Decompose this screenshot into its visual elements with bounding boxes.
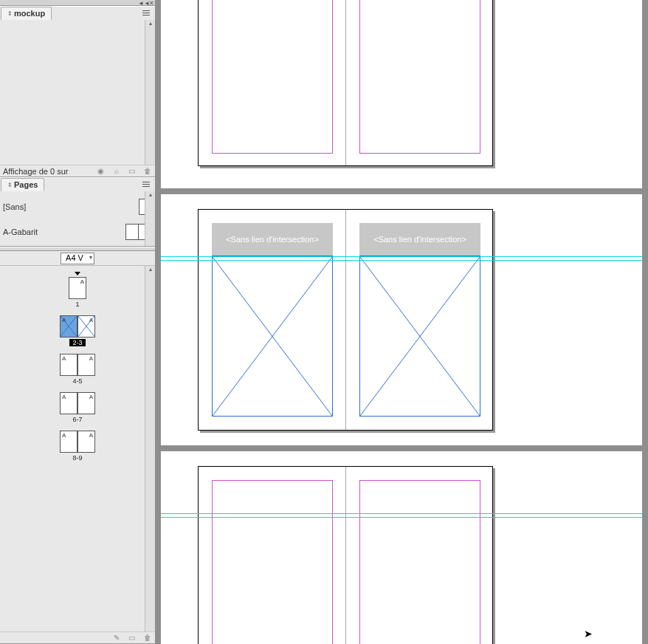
spread-spine	[345, 0, 346, 165]
mockup-panel: ⇕ mockup ▴ Affichage de 0 sur ◉ ⌕ ▭ 🗑	[0, 6, 155, 177]
binoculars-icon[interactable]: ⌕	[111, 166, 121, 176]
panel-menu-icon[interactable]	[142, 179, 153, 188]
page-thumb[interactable]: A	[60, 315, 77, 338]
scroll-up-icon[interactable]: ▴	[145, 191, 155, 198]
placeholder-text: <Sans lien d'intersection>	[373, 235, 466, 244]
master-item-a[interactable]: A-Gabarit	[3, 221, 152, 243]
page-size-row: A4 V	[0, 251, 155, 266]
page-margin-left	[212, 480, 333, 644]
page-size-value: A4 V	[66, 253, 83, 262]
trash-icon[interactable]: 🗑	[142, 633, 152, 643]
spread-label: 8-9	[72, 454, 82, 462]
spread-thumb-item[interactable]: A1	[3, 272, 152, 308]
master-label: [Sans]	[3, 202, 139, 211]
scroll-up-icon[interactable]: ▴	[145, 266, 155, 273]
scroll-up-icon[interactable]: ▴	[145, 20, 155, 27]
spread-thumb: AA	[60, 354, 95, 376]
spread-thumb: AA	[60, 392, 95, 414]
master-badge: A	[89, 394, 93, 400]
page-thumb[interactable]: A	[77, 354, 95, 376]
page-thumb[interactable]: A	[60, 392, 77, 414]
updown-icon: ⇕	[7, 10, 13, 17]
panel-dock-header: ◄◄ ✕	[0, 0, 155, 6]
page-thumb[interactable]: A	[60, 431, 77, 453]
guide-horizontal[interactable]	[161, 256, 642, 257]
page-size-select[interactable]: A4 V	[61, 253, 94, 264]
document-canvas[interactable]: <Sans lien d'intersection> <Sans lien d'…	[155, 0, 648, 644]
master-badge: A	[62, 394, 66, 400]
spread-paper[interactable]: <Sans lien d'intersection> <Sans lien d'…	[198, 209, 493, 431]
spread-thumb: AA	[60, 431, 95, 453]
new-page-icon[interactable]: ▭	[127, 633, 137, 643]
mockup-panel-tabbar: ⇕ mockup	[0, 7, 155, 20]
new-item-icon[interactable]: ▭	[127, 166, 137, 176]
master-label: A-Gabarit	[3, 227, 125, 236]
master-badge: A	[62, 432, 66, 439]
spread-thumb-item[interactable]: AA6-7	[3, 392, 152, 423]
master-badge: A	[89, 432, 93, 439]
guide-horizontal[interactable]	[161, 517, 642, 518]
image-frame-right[interactable]	[359, 256, 480, 417]
mockup-status-row: Affichage de 0 sur ◉ ⌕ ▭ 🗑	[0, 165, 155, 177]
spread-label: 1	[75, 301, 79, 308]
spread-paper[interactable]	[198, 466, 493, 644]
trash-icon[interactable]: 🗑	[142, 166, 152, 176]
panel-menu-icon[interactable]	[142, 8, 153, 17]
pages-panel: ⇕ Pages [Sans] A-Gabarit ▴	[0, 177, 155, 644]
spread-label: 4-5	[72, 377, 82, 385]
master-scrollbar[interactable]: ▴	[145, 191, 155, 246]
placeholder-frame-header-right[interactable]: <Sans lien d'intersection>	[359, 223, 480, 256]
page-margin-right	[359, 0, 480, 154]
mockup-scrollbar[interactable]: ▴	[145, 20, 155, 165]
pages-panel-tabbar: ⇕ Pages	[0, 178, 155, 191]
placeholder-text: <Sans lien d'intersection>	[226, 235, 319, 244]
spread-label: 2-3	[69, 339, 85, 346]
master-pages-list: [Sans] A-Gabarit ▴	[0, 191, 155, 247]
info-icon[interactable]: ◉	[96, 166, 106, 176]
collapse-icon[interactable]: ◄◄	[140, 0, 148, 6]
section-start-icon	[75, 272, 80, 275]
page-thumb[interactable]: A	[77, 315, 95, 338]
close-icon[interactable]: ✕	[148, 0, 155, 6]
spread-thumb-item[interactable]: AA2-3	[3, 315, 152, 346]
spread-thumb: A	[69, 277, 86, 299]
mockup-status-text: Affichage de 0 sur	[3, 167, 68, 176]
page-thumb[interactable]: A	[60, 354, 77, 376]
mockup-tab-label: mockup	[14, 9, 45, 18]
master-badge: A	[80, 278, 84, 285]
pages-panel-body: [Sans] A-Gabarit ▴ A4 V A1AA2-	[0, 191, 155, 631]
page-thumb[interactable]: A	[77, 431, 95, 453]
spread-list: A1AA2-3AA4-5AA6-7AA8-9 ▴	[0, 266, 155, 631]
pages-status-row: ✎ ▭ 🗑	[0, 631, 155, 643]
page-margin-left	[212, 0, 333, 154]
spread-label: 6-7	[72, 416, 82, 423]
pages-tab[interactable]: ⇕ Pages	[1, 178, 44, 191]
left-panel-dock: ◄◄ ✕ ⇕ mockup ▴ Affichage de 0 sur ◉ ⌕ ▭…	[0, 0, 155, 644]
page-thumb[interactable]: A	[69, 277, 86, 299]
master-item-none[interactable]: [Sans]	[3, 196, 152, 218]
placeholder-frame-header-left[interactable]: <Sans lien d'intersection>	[212, 223, 333, 256]
page-margin-right	[359, 480, 480, 644]
spread-thumb-item[interactable]: AA4-5	[3, 354, 152, 385]
spread-paper[interactable]	[198, 0, 493, 166]
spread-thumb-item[interactable]: AA8-9	[3, 431, 152, 462]
image-frame-left[interactable]	[212, 256, 333, 417]
edit-icon[interactable]: ✎	[111, 633, 121, 643]
spread-spine	[345, 210, 346, 430]
guide-horizontal[interactable]	[161, 260, 642, 261]
spread-view-1	[161, 0, 642, 188]
spread-scrollbar[interactable]: ▴	[145, 266, 155, 631]
spread-thumb: AA	[60, 315, 95, 338]
master-badge: A	[89, 355, 93, 362]
updown-icon: ⇕	[7, 182, 13, 188]
spread-view-4-5	[161, 451, 642, 644]
pages-tab-label: Pages	[14, 180, 38, 189]
mockup-panel-body: ▴	[0, 20, 155, 165]
master-badge: A	[62, 355, 66, 362]
page-thumb[interactable]: A	[77, 392, 95, 414]
mockup-tab[interactable]: ⇕ mockup	[1, 7, 52, 20]
spread-view-2-3: <Sans lien d'intersection> <Sans lien d'…	[161, 194, 642, 445]
spread-spine	[345, 467, 346, 644]
guide-horizontal[interactable]	[161, 513, 642, 514]
